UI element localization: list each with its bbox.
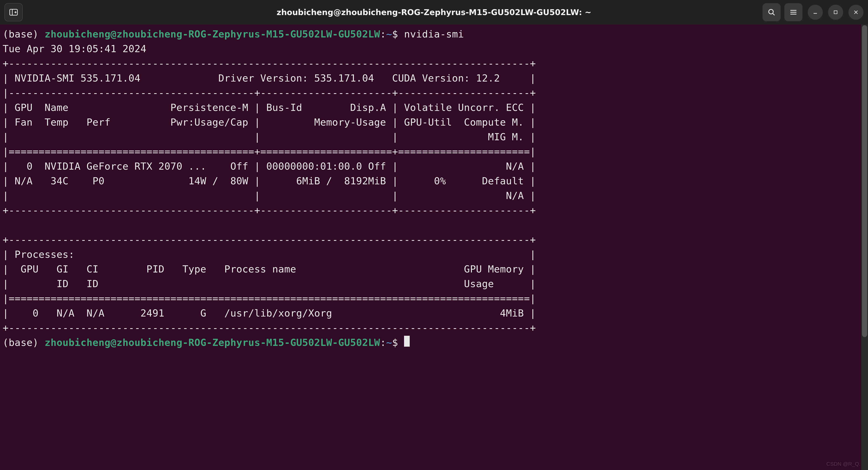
new-tab-button[interactable] — [4, 3, 23, 21]
prompt-colon: : — [380, 337, 386, 348]
output-line: +---------------------------------------… — [3, 234, 536, 245]
watermark-text: CSDN @R_Q. — [826, 461, 861, 467]
prompt-colon: : — [380, 28, 386, 40]
output-line: +---------------------------------------… — [3, 322, 536, 334]
svg-point-1 — [769, 9, 773, 14]
output-line: | | | MIG M. | — [3, 131, 536, 143]
prompt-path: ~ — [386, 337, 392, 348]
maximize-button[interactable] — [828, 5, 843, 20]
output-line: +---------------------------------------… — [3, 58, 536, 69]
search-button[interactable] — [763, 3, 781, 21]
terminal-content[interactable]: (base) zhoubicheng@zhoubicheng-ROG-Zephy… — [0, 25, 861, 470]
svg-rect-2 — [834, 11, 837, 14]
menu-button[interactable] — [784, 3, 802, 21]
titlebar-right — [763, 3, 864, 21]
titlebar-left — [4, 3, 23, 21]
output-line: | GPU Name Persistence-M | Bus-Id Disp.A… — [3, 102, 536, 113]
output-line: |---------------------------------------… — [3, 87, 536, 98]
output-line: | 0 N/A N/A 2491 G /usr/lib/xorg/Xorg 4M… — [3, 308, 536, 319]
output-line: | N/A 34C P0 14W / 80W | 6MiB / 8192MiB … — [3, 175, 536, 187]
output-line: | GPU GI CI PID Type Process name GPU Me… — [3, 263, 536, 275]
scrollbar-thumb[interactable] — [862, 25, 867, 337]
output-line: | NVIDIA-SMI 535.171.04 Driver Version: … — [3, 72, 536, 84]
prompt-env-prefix: (base) — [3, 28, 44, 40]
output-line: +---------------------------------------… — [3, 205, 536, 216]
prompt-path: ~ — [386, 28, 392, 40]
terminal-window: zhoubicheng@zhoubicheng-ROG-Zephyrus-M15… — [0, 0, 868, 470]
output-line: | Fan Temp Perf Pwr:Usage/Cap | Memory-U… — [3, 117, 536, 128]
output-line: |=======================================… — [3, 146, 536, 157]
window-title: zhoubicheng@zhoubicheng-ROG-Zephyrus-M15… — [277, 8, 591, 17]
output-line: |=======================================… — [3, 293, 536, 304]
command-text: nvidia-smi — [404, 28, 464, 40]
minimize-button[interactable] — [808, 5, 823, 20]
prompt-user-host: zhoubicheng@zhoubicheng-ROG-Zephyrus-M15… — [44, 28, 380, 40]
output-line: | 0 NVIDIA GeForce RTX 2070 ... Off | 00… — [3, 161, 536, 172]
titlebar: zhoubicheng@zhoubicheng-ROG-Zephyrus-M15… — [0, 0, 868, 25]
output-line: | ID ID Usage | — [3, 278, 536, 289]
prompt-user-host: zhoubicheng@zhoubicheng-ROG-Zephyrus-M15… — [44, 337, 380, 348]
output-line: | | | N/A | — [3, 190, 536, 201]
output-timestamp: Tue Apr 30 19:05:41 2024 — [3, 43, 146, 55]
prompt-dollar: $ — [392, 28, 404, 40]
output-line: | Processes: | — [3, 249, 536, 260]
terminal-area: (base) zhoubicheng@zhoubicheng-ROG-Zephy… — [0, 25, 868, 470]
scrollbar[interactable] — [861, 25, 868, 470]
prompt-env-prefix: (base) — [3, 337, 44, 348]
output-line — [3, 219, 536, 231]
close-button[interactable] — [848, 5, 864, 20]
prompt-dollar: $ — [392, 337, 404, 348]
cursor-icon — [404, 336, 410, 347]
